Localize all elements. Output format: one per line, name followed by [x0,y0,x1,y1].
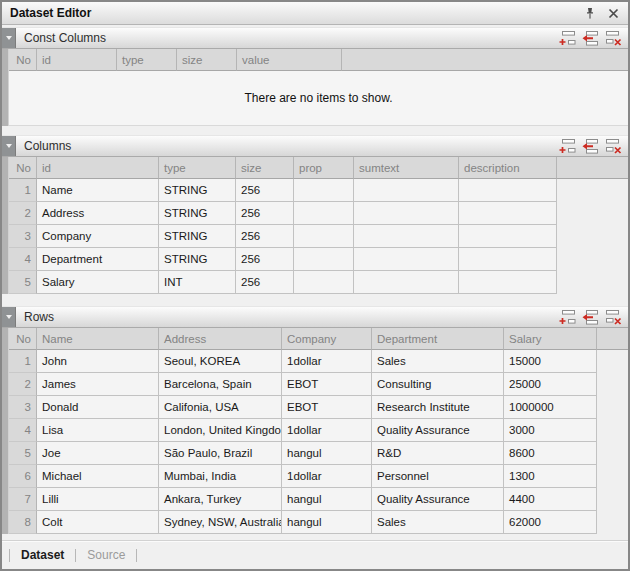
table-cell[interactable]: STRING [159,225,236,248]
table-cell[interactable]: EBOT [282,396,372,419]
table-cell[interactable]: Sales [372,511,504,534]
column-header-company[interactable]: Company [282,328,372,350]
column-header-prop[interactable]: prop [294,157,354,179]
table-cell[interactable] [294,225,354,248]
column-header-size[interactable]: size [177,49,237,71]
collapse-button[interactable] [2,28,16,48]
column-header-name[interactable]: Name [37,328,159,350]
table-cell[interactable]: Michael [37,465,159,488]
tab-source[interactable]: Source [87,548,125,562]
table-cell[interactable]: 3000 [504,419,597,442]
table-cell[interactable] [294,271,354,294]
table-cell[interactable]: Address [37,202,159,225]
add-row-button[interactable] [557,30,577,47]
table-cell[interactable]: Lilli [37,488,159,511]
column-header-id[interactable]: id [37,157,159,179]
table-cell[interactable] [354,225,459,248]
row-number-cell[interactable]: 2 [9,202,37,225]
table-cell[interactable] [354,248,459,271]
table-cell[interactable]: 256 [236,271,294,294]
table-cell[interactable]: 256 [236,179,294,202]
table-cell[interactable]: Department [37,248,159,271]
close-button[interactable] [605,5,621,21]
table-cell[interactable]: 1dollar [282,350,372,373]
table-cell[interactable]: Califonia, USA [159,396,282,419]
table-cell[interactable]: 256 [236,225,294,248]
row-number-cell[interactable]: 2 [9,373,37,396]
table-cell[interactable] [459,179,557,202]
column-header-description[interactable]: description [459,157,557,179]
column-header-id[interactable]: id [37,49,117,71]
table-cell[interactable]: Joe [37,442,159,465]
add-row-button[interactable] [557,309,577,326]
table-cell[interactable]: STRING [159,248,236,271]
delete-row-button[interactable] [603,138,623,155]
row-number-cell[interactable]: 7 [9,488,37,511]
table-cell[interactable]: 15000 [504,350,597,373]
table-cell[interactable]: INT [159,271,236,294]
table-cell[interactable]: STRING [159,179,236,202]
table-cell[interactable]: James [37,373,159,396]
add-row-button[interactable] [557,138,577,155]
table-cell[interactable]: 256 [236,202,294,225]
table-cell[interactable]: R&D [372,442,504,465]
table-cell[interactable]: 1000000 [504,396,597,419]
table-cell[interactable]: Seoul, KOREA [159,350,282,373]
row-number-cell[interactable]: 8 [9,511,37,534]
table-cell[interactable]: 1dollar [282,465,372,488]
insert-row-button[interactable] [580,309,600,326]
title-bar[interactable]: Dataset Editor [2,2,628,25]
table-cell[interactable]: Ankara, Turkey [159,488,282,511]
column-header-address[interactable]: Address [159,328,282,350]
table-cell[interactable]: 256 [236,248,294,271]
row-number-cell[interactable]: 4 [9,248,37,271]
row-number-cell[interactable]: 6 [9,465,37,488]
row-number-cell[interactable]: 1 [9,350,37,373]
table-cell[interactable] [294,179,354,202]
column-header-department[interactable]: Department [372,328,504,350]
table-cell[interactable]: Sales [372,350,504,373]
table-cell[interactable]: 1300 [504,465,597,488]
column-header-sumtext[interactable]: sumtext [354,157,459,179]
insert-row-button[interactable] [580,30,600,47]
column-header-size[interactable]: size [236,157,294,179]
table-cell[interactable]: Donald [37,396,159,419]
table-cell[interactable] [459,271,557,294]
column-header-type[interactable]: type [159,157,236,179]
table-cell[interactable]: São Paulo, Brazil [159,442,282,465]
table-cell[interactable]: Company [37,225,159,248]
table-cell[interactable]: Colt [37,511,159,534]
table-cell[interactable]: Research Institute [372,396,504,419]
pin-button[interactable] [582,5,598,21]
table-cell[interactable]: Quality Assurance [372,488,504,511]
table-cell[interactable]: Mumbai, India [159,465,282,488]
table-cell[interactable]: hangul [282,442,372,465]
table-cell[interactable] [354,179,459,202]
table-cell[interactable]: 62000 [504,511,597,534]
row-number-cell[interactable]: 3 [9,225,37,248]
column-header-value[interactable]: value [237,49,342,71]
table-cell[interactable]: Sydney, NSW, Australia [159,511,282,534]
row-number-cell[interactable]: 4 [9,419,37,442]
table-cell[interactable]: STRING [159,202,236,225]
row-number-cell[interactable]: 1 [9,179,37,202]
table-cell[interactable]: John [37,350,159,373]
table-cell[interactable]: Quality Assurance [372,419,504,442]
table-cell[interactable] [459,248,557,271]
table-cell[interactable]: Personnel [372,465,504,488]
table-cell[interactable] [354,271,459,294]
column-header-no[interactable]: No [9,49,37,71]
table-cell[interactable] [459,225,557,248]
delete-row-button[interactable] [603,30,623,47]
table-cell[interactable]: 4400 [504,488,597,511]
table-cell[interactable]: London, United Kingdom [159,419,282,442]
row-number-cell[interactable]: 5 [9,442,37,465]
table-cell[interactable]: EBOT [282,373,372,396]
table-cell[interactable] [354,202,459,225]
table-cell[interactable]: Lisa [37,419,159,442]
table-cell[interactable]: 25000 [504,373,597,396]
table-cell[interactable]: Consulting [372,373,504,396]
table-cell[interactable]: Salary [37,271,159,294]
column-header-salary[interactable]: Salary [504,328,597,350]
table-cell[interactable] [459,202,557,225]
